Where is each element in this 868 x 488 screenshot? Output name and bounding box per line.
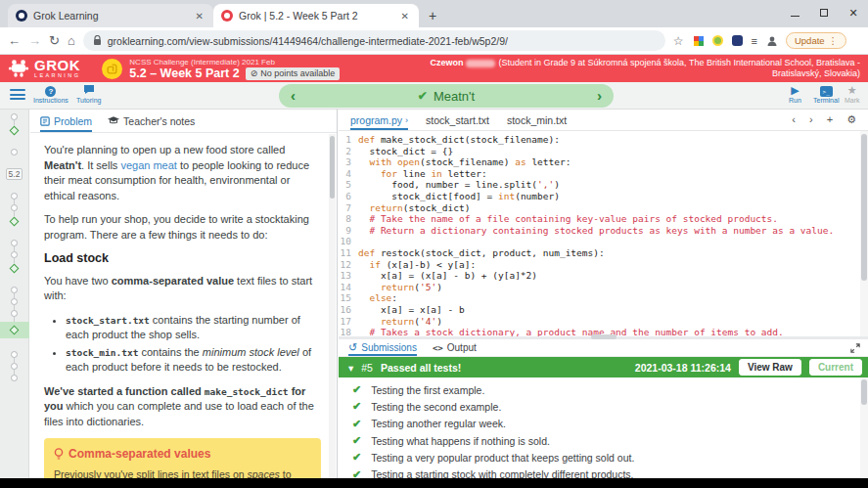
tab-program-py[interactable]: program.py › (350, 110, 408, 130)
slide-dot[interactable] (11, 149, 18, 155)
tab-close-icon[interactable]: ✕ (399, 11, 411, 22)
url-field[interactable]: groklearning.com/view-submissions/414494… (83, 30, 665, 51)
slide-dot[interactable] (11, 251, 18, 258)
next-slide-icon[interactable]: › (597, 86, 602, 106)
test-result-row[interactable]: ✔Testing what happens if nothing is sold… (339, 432, 868, 449)
test-result-row[interactable]: ✔Testing the second example. (339, 398, 868, 415)
add-file-icon[interactable]: + (827, 113, 833, 126)
tutoring-button[interactable]: Tutoring (76, 84, 101, 105)
code-line[interactable]: 9 # Return a dictionary containing stock… (339, 225, 868, 237)
slide-index-icon[interactable] (10, 89, 25, 102)
code-line[interactable]: 1def make_stock_dict(stock_filename): (339, 134, 868, 146)
slide-dot[interactable] (11, 204, 18, 211)
challenge-badge-icon[interactable] (102, 59, 122, 79)
extension-icon[interactable] (732, 35, 743, 46)
slide-dot[interactable] (11, 351, 18, 358)
code-line[interactable]: 17 return('4') (339, 316, 868, 328)
slide-dot[interactable] (11, 113, 18, 120)
file-tab-label: stock_start.txt (426, 114, 489, 126)
tab-problem[interactable]: Problem (40, 110, 92, 132)
code-area[interactable]: 1def make_stock_dict(stock_filename):2 s… (339, 131, 868, 338)
test-result-row[interactable]: ✔Testing a starting stock with completel… (339, 466, 868, 478)
tab-close-icon[interactable]: ✕ (194, 11, 206, 22)
code-line[interactable]: 14 return('5') (339, 282, 868, 293)
extension-icon[interactable] (712, 35, 723, 46)
slide-dot[interactable] (11, 193, 18, 200)
code-line[interactable]: 13 x[a] = (x[a] - b) + (y[a]*2) (339, 270, 868, 282)
file-bullet-list: stock_start.txt contains the starting nu… (66, 313, 321, 376)
scrollbar-thumb[interactable] (330, 136, 335, 199)
code-line[interactable]: 11def restock(stock_dict, product, num_i… (339, 247, 868, 259)
current-button[interactable]: Current (809, 359, 862, 376)
tab-submissions[interactable]: ↺ Submissions (348, 339, 417, 356)
code-line[interactable]: 10 (339, 236, 868, 247)
code-line[interactable]: 6 stock_dict[food] = int(number) (339, 191, 868, 202)
terminal-button[interactable]: >_ Terminal (813, 84, 839, 105)
chrome-update-button[interactable]: Update ⋮ (786, 32, 846, 49)
test-result-row[interactable]: ✔Testing a very popular product that kee… (339, 449, 868, 466)
slide-diamond-active[interactable] (10, 326, 20, 335)
tab-stock-start-txt[interactable]: stock_start.txt (426, 110, 489, 130)
slide-dot[interactable] (11, 287, 18, 293)
slide-dot[interactable] (11, 363, 18, 370)
close-button[interactable]: ✕ (839, 7, 868, 20)
scrollbar-thumb[interactable] (861, 134, 867, 281)
points-badge: ⊘No points available (246, 67, 341, 80)
tab-scroll-left-icon[interactable]: ‹ (792, 113, 796, 126)
editor-scrollbar[interactable] (860, 131, 868, 338)
problem-scrollbar[interactable] (329, 134, 336, 478)
mark-button[interactable]: ★ Mark (845, 84, 860, 105)
current-slide[interactable]: ✔Meatn't (418, 89, 475, 104)
grok-logo[interactable]: GROK LEARNING (0, 59, 90, 78)
new-tab-button[interactable]: + (429, 8, 436, 23)
slide-dot[interactable] (11, 298, 18, 305)
code-line[interactable]: 12 if (x[a]-b) < y[a]: (339, 259, 868, 271)
tab-scroll-right-icon[interactable]: › (809, 113, 813, 126)
code-line[interactable]: 8 # Take the name of a file containing k… (339, 213, 868, 225)
browser-tab-current[interactable]: Grok | 5.2 - Week 5 Part 2 ✕ (213, 4, 419, 27)
tab-stock-min-txt[interactable]: stock_min.txt (507, 110, 567, 130)
test-result-row[interactable]: ✔Testing the first example. (339, 381, 868, 398)
maximize-button[interactable] (809, 7, 839, 19)
reload-icon[interactable]: ↻ (49, 33, 60, 48)
code-line[interactable]: 5 food, number = line.split(',') (339, 179, 868, 191)
slide-diamond[interactable] (10, 264, 20, 274)
scrollbar-thumb[interactable] (861, 379, 867, 405)
slide-dot[interactable] (11, 375, 18, 381)
slide-diamond[interactable] (10, 217, 20, 227)
slide-dot[interactable] (11, 240, 18, 246)
code-line[interactable]: 4 for line in letter: (339, 168, 868, 180)
profile-avatar-icon[interactable] (766, 35, 778, 47)
tab-teachers-notes[interactable]: Teacher's notes (108, 110, 195, 132)
url-text: groklearning.com/view-submissions/414494… (108, 35, 508, 47)
home-icon[interactable]: ⌂ (68, 33, 75, 48)
collapse-chevron-icon[interactable]: ▾ (348, 362, 353, 374)
extension-icon[interactable]: ≡ (752, 35, 757, 47)
expand-panel-icon[interactable] (850, 343, 860, 353)
code-line[interactable]: 16 x[a] = x[a] - b (339, 304, 868, 316)
prev-slide-icon[interactable]: ‹ (291, 86, 296, 106)
forward-icon[interactable]: → (28, 33, 41, 48)
browser-tab-grok-learning[interactable]: Grok Learning ✕ (8, 4, 213, 27)
results-scrollbar[interactable] (860, 377, 868, 478)
extension-icon[interactable] (694, 36, 704, 46)
code-line[interactable]: 7 return(stock_dict) (339, 202, 868, 214)
code-line[interactable]: 2 stock_dict = {} (339, 146, 868, 157)
run-button[interactable]: ▶ Run (789, 84, 801, 105)
code-line[interactable]: 3 with open(stock_filename) as letter: (339, 156, 868, 168)
current-slide-highlight[interactable] (0, 322, 29, 338)
test-result-row[interactable]: ✔Testing another regular week. (339, 416, 868, 432)
back-icon[interactable]: ← (8, 33, 21, 48)
bookmark-star-icon[interactable]: ☆ (673, 34, 684, 48)
module-label[interactable]: 5.2 (6, 168, 23, 180)
code-line[interactable]: 15 else: (339, 292, 868, 304)
submission-result-bar[interactable]: ▾ #5 Passed all tests! 2021-03-18 11:26:… (339, 357, 868, 377)
editor-settings-gear-icon[interactable]: ⚙ (846, 113, 856, 126)
inline-link[interactable]: vegan meat (120, 159, 176, 171)
slide-dot[interactable] (11, 310, 18, 317)
view-raw-button[interactable]: View Raw (739, 359, 801, 376)
tab-output[interactable]: <> Output (433, 339, 477, 356)
slide-diamond[interactable] (10, 126, 20, 136)
instructions-button[interactable]: ? Instructions (33, 84, 69, 105)
minimize-button[interactable] (780, 7, 809, 19)
